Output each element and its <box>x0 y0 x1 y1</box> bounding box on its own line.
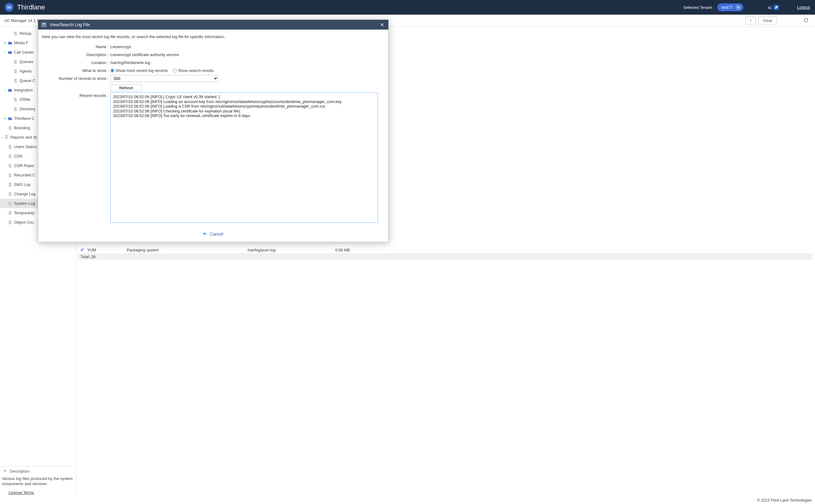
modal-header: View/Search Log File ✕ <box>38 20 388 30</box>
page-icon <box>13 107 18 112</box>
radio-recent-input[interactable] <box>110 69 114 73</box>
edit-icon[interactable] <box>80 248 84 252</box>
window-icon <box>41 22 47 27</box>
copyright: © 2023 Third Lane Technologies <box>757 498 812 502</box>
row-path: /var/log/yum.log <box>247 248 335 252</box>
page-icon <box>8 154 12 159</box>
sidebar-item-label: Temporarily <box>14 211 34 215</box>
page-icon <box>8 144 12 149</box>
page-icon <box>13 69 18 74</box>
license-link[interactable]: License Terms <box>9 490 34 495</box>
radio-search-input[interactable] <box>173 69 177 73</box>
sidebar-item-label: CRMs <box>20 97 30 102</box>
sidebar-item-label: Thirdlane C <box>14 116 34 121</box>
tenant-label: Selected Tenant : <box>683 5 714 10</box>
sidebar-item-label: Media F <box>14 41 28 45</box>
sidebar-item-label: Integration <box>14 88 33 92</box>
chevron-down-icon <box>735 5 741 10</box>
folder-icon <box>8 116 12 121</box>
chevron-down-icon[interactable] <box>3 469 7 474</box>
folder-icon <box>8 41 12 45</box>
radio-search[interactable]: Show search results <box>173 68 214 73</box>
num-records-label: Number of records to show : <box>42 76 110 81</box>
username: a1 <box>768 5 772 10</box>
page-icon <box>8 182 12 187</box>
sidebar-item-label: Queue C <box>20 78 35 83</box>
page-icon <box>8 126 12 130</box>
tree-expander[interactable]: + <box>0 41 8 45</box>
page-icon <box>13 31 18 36</box>
sidebar-item-label: Branding <box>14 126 30 130</box>
user-area: a1 <box>768 5 779 10</box>
sidebar-item-label: SMS Log <box>14 182 30 187</box>
tenant-selector[interactable]: test77 <box>717 3 743 11</box>
sidebar-item-label: Users Status <box>14 144 37 149</box>
folder-icon <box>8 50 12 55</box>
undo-icon <box>203 232 208 236</box>
reload-icon[interactable] <box>804 18 808 23</box>
log-textarea[interactable] <box>110 92 378 223</box>
recent-records-label: Recent records : <box>42 92 110 98</box>
page-icon <box>13 97 18 102</box>
row-desc: Packaging system <box>127 248 247 252</box>
location-label: Location : <box>42 60 110 65</box>
reset-button[interactable]: t <box>746 17 756 24</box>
sidebar-item-label: Recorded C <box>14 173 35 177</box>
folder-icon <box>8 88 12 93</box>
sidebar-item-label: System Log <box>14 201 35 206</box>
tree-expander[interactable]: − <box>0 135 4 140</box>
page-icon <box>8 220 12 225</box>
brand-name: Thirdlane <box>17 3 45 11</box>
sidebar-item-label: CDR Repor <box>14 163 34 168</box>
location-value: /var/log/thirdlane/le.log <box>110 60 150 65</box>
clear-button[interactable]: Clear <box>758 17 777 24</box>
page-icon <box>8 211 12 215</box>
logout-link[interactable]: Logout <box>797 5 810 10</box>
what-to-show-label: What to show : <box>42 68 110 73</box>
description-value: Letsencrypt certificate authority servic… <box>110 52 179 57</box>
section-icon <box>4 135 10 140</box>
page-icon <box>8 163 12 168</box>
sidebar-item-label: Agents <box>20 69 32 73</box>
sidebar-item-label: CDR <box>14 154 23 158</box>
footer: © 2023 Third Lane Technologies <box>0 497 815 504</box>
tree-expander[interactable]: + <box>0 116 8 121</box>
page-icon <box>8 192 12 197</box>
refresh-button[interactable]: Refresh <box>110 84 142 91</box>
page-icon <box>13 78 18 83</box>
sidebar-item-label: Directory <box>20 107 35 111</box>
modal-intro: Here you can view the most recent log fi… <box>42 34 385 39</box>
tenant-value: test77 <box>721 5 733 10</box>
description-panel: Description Various log files produced b… <box>0 466 76 497</box>
page-icon <box>8 201 12 206</box>
close-icon[interactable]: ✕ <box>379 22 385 28</box>
row-size: 0.00 MB <box>335 248 350 252</box>
sidebar-item-label: Reports and St <box>10 135 37 140</box>
cancel-button[interactable]: Cancel <box>203 232 223 236</box>
sidebar-item-label: Call Center <box>14 50 34 55</box>
num-records-select[interactable]: 500 <box>110 75 218 82</box>
table-total-row: Total: 28 <box>78 253 813 260</box>
tree-expander[interactable]: − <box>0 88 8 92</box>
table-row[interactable]: YUM Packaging system /var/log/yum.log 0.… <box>78 247 813 253</box>
page-icon <box>13 59 18 64</box>
sidebar-item-label: Pickup <box>20 31 31 36</box>
description-heading: Description <box>10 469 30 474</box>
name-value: Letsencrypt <box>110 44 131 49</box>
log-view-modal: View/Search Log File ✕ Here you can view… <box>38 20 389 242</box>
tree-expander[interactable]: − <box>0 50 8 55</box>
total-text: Total: 28 <box>80 254 95 259</box>
modal-title: View/Search Log File <box>50 22 379 27</box>
sidebar-item-label: Queues <box>20 59 34 64</box>
row-name: YUM <box>87 248 127 252</box>
app-header: Thirdlane Selected Tenant : test77 a1 Lo… <box>0 0 815 15</box>
description-text: Various log files produced by the system… <box>0 476 76 489</box>
sidebar-item-label: Change Log <box>14 192 36 196</box>
description-label: Description : <box>42 52 110 57</box>
svg-rect-1 <box>42 23 45 24</box>
wrench-icon[interactable] <box>774 5 779 10</box>
logo-icon <box>5 3 13 12</box>
name-label: Name : <box>42 44 110 49</box>
page-icon <box>8 173 12 178</box>
radio-recent[interactable]: Show most recent log records <box>110 68 168 73</box>
